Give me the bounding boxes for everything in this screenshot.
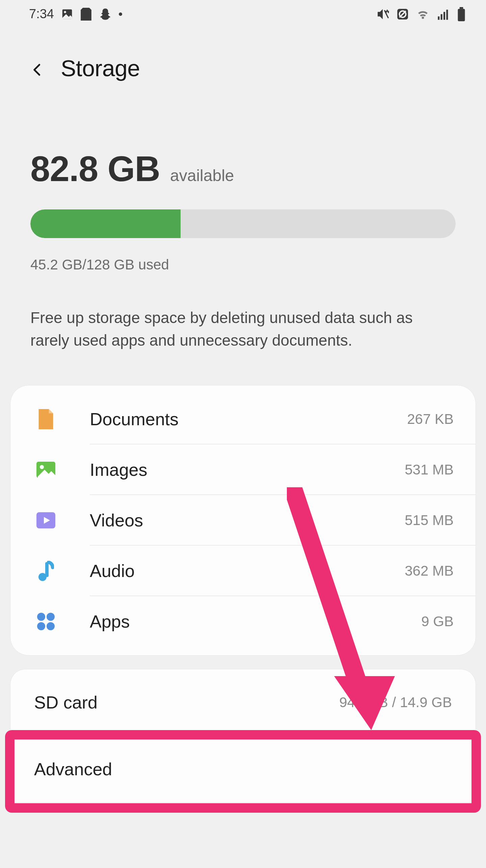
document-icon: [36, 409, 56, 429]
svg-point-19: [37, 622, 45, 630]
svg-rect-6: [438, 16, 439, 20]
storage-progress-bar: [30, 209, 456, 238]
storage-progress-fill: [30, 209, 181, 238]
svg-rect-11: [458, 9, 465, 21]
svg-rect-9: [446, 9, 448, 20]
category-label: Videos: [90, 510, 405, 530]
category-row-images[interactable]: Images 531 MB: [10, 444, 476, 495]
usage-text: 45.2 GB/128 GB used: [30, 257, 456, 273]
back-button[interactable]: [30, 61, 44, 75]
category-label: Documents: [90, 409, 407, 429]
status-more-dot-icon: [119, 12, 122, 16]
svg-point-17: [37, 613, 45, 621]
battery-icon: [457, 7, 466, 21]
sd-card-size: 945 MB / 14.9 GB: [339, 694, 452, 711]
sd-card-status-icon: [80, 8, 92, 21]
status-bar-left: 7:34: [29, 7, 122, 21]
status-bar-right: [376, 7, 466, 21]
svg-point-1: [64, 11, 66, 13]
category-row-apps[interactable]: Apps 9 GB: [10, 596, 476, 647]
video-icon: [36, 510, 56, 530]
available-label: available: [170, 166, 234, 185]
image-icon: [36, 460, 56, 480]
svg-rect-8: [443, 12, 445, 20]
page-header: Storage: [0, 25, 486, 95]
svg-rect-7: [441, 14, 442, 20]
storage-summary: 82.8 GB available 45.2 GB/128 GB used Fr…: [0, 95, 486, 351]
svg-point-18: [47, 613, 55, 621]
category-label: Images: [90, 460, 405, 480]
advanced-row[interactable]: Advanced: [10, 736, 476, 802]
category-row-videos[interactable]: Videos 515 MB: [10, 495, 476, 546]
vibrate-mute-icon: [376, 7, 389, 21]
category-size: 362 MB: [405, 563, 454, 579]
audio-icon: [36, 561, 56, 581]
signal-icon: [437, 7, 450, 21]
gallery-status-icon: [61, 8, 74, 21]
advanced-label: Advanced: [34, 759, 452, 779]
secondary-storage-card: SD card 945 MB / 14.9 GB Advanced: [10, 669, 476, 802]
category-row-documents[interactable]: Documents 267 KB: [10, 394, 476, 444]
category-row-audio[interactable]: Audio 362 MB: [10, 546, 476, 596]
storage-hint-text: Free up storage space by deleting unused…: [30, 307, 456, 351]
svg-rect-10: [460, 7, 463, 9]
page-title: Storage: [61, 55, 140, 81]
categories-card: Documents 267 KB Images 531 MB Videos 51…: [10, 385, 476, 656]
svg-point-20: [47, 622, 55, 630]
data-saver-icon: [396, 8, 409, 21]
wifi-icon: [416, 7, 430, 21]
sd-card-label: SD card: [34, 692, 339, 713]
category-size: 267 KB: [407, 411, 454, 427]
snapchat-status-icon: [99, 7, 112, 21]
svg-rect-16: [45, 562, 49, 577]
category-size: 9 GB: [421, 613, 454, 630]
free-space-value: 82.8 GB: [30, 149, 160, 189]
svg-point-13: [40, 465, 44, 469]
category-label: Apps: [90, 611, 421, 632]
status-time: 7:34: [29, 7, 54, 21]
sd-card-row[interactable]: SD card 945 MB / 14.9 GB: [10, 669, 476, 736]
category-size: 531 MB: [405, 462, 454, 478]
apps-icon: [36, 611, 56, 632]
category-size: 515 MB: [405, 512, 454, 528]
category-label: Audio: [90, 561, 405, 581]
status-bar: 7:34: [0, 0, 486, 25]
